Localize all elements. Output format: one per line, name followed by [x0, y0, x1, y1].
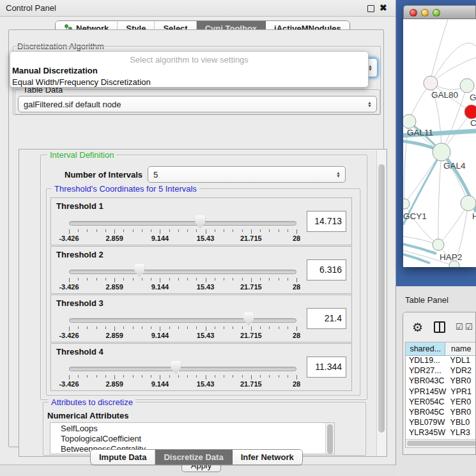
slider-tick	[142, 326, 142, 329]
network-edge[interactable]	[431, 19, 448, 77]
table-row[interactable]: YPR145WYPR1	[406, 387, 476, 397]
threshold-slider-track[interactable]	[69, 318, 296, 323]
table-row[interactable]: YBR045CYBR0	[406, 408, 476, 418]
thresholds-group-title: Threshold's Coordinates for 5 Intervals	[52, 184, 199, 194]
slider-tick-label: 2.859	[95, 380, 134, 388]
network-node-label: C	[470, 118, 476, 128]
threshold-slider-track[interactable]	[69, 367, 296, 371]
threshold-label: Threshold 1	[56, 201, 104, 211]
gear-icon[interactable]: ⚙	[412, 320, 423, 335]
algorithm-option-manual[interactable]: Manual Discretization	[10, 65, 368, 77]
slider-tick	[288, 326, 288, 329]
network-node-gcy1[interactable]	[403, 199, 410, 209]
slider-tick	[242, 229, 243, 232]
slider-tick-label: -3.426	[50, 283, 88, 291]
threshold-slider-handle[interactable]	[195, 215, 205, 229]
threshold-value-field[interactable]: 21.4	[307, 308, 346, 329]
network-node-h[interactable]	[461, 196, 476, 211]
list-scrollbar-thumb[interactable]	[327, 424, 333, 454]
threshold-slider-track[interactable]	[69, 221, 296, 226]
threshold-value-field[interactable]: 6.316	[307, 259, 346, 280]
slider-tick	[206, 229, 206, 234]
slider-tick	[69, 229, 70, 234]
threshold-slider-track[interactable]	[69, 270, 296, 274]
column-header-name[interactable]: name	[445, 342, 476, 355]
table-row[interactable]: YER054CYER0	[406, 397, 476, 408]
cell-name: YER0	[446, 397, 476, 408]
threshold-slider-handle[interactable]	[243, 312, 254, 326]
mac-minimize-button[interactable]	[421, 9, 429, 17]
cell-name: YBR0	[446, 376, 476, 387]
algorithm-placeholder-option[interactable]: Select algorithm to view settings	[10, 52, 368, 65]
slider-tick	[78, 278, 79, 280]
number-of-intervals-combobox[interactable]: 5 ▲▼	[148, 166, 346, 183]
slider-tick	[196, 278, 197, 280]
settings-scrollbar-thumb[interactable]	[378, 164, 385, 433]
network-canvas[interactable]: GAL80GALCGAL11GAL4GCY1HHAP2	[403, 19, 476, 267]
slider-tick-label: 2.859	[95, 234, 134, 242]
desktop-background: GAL80GALCGAL11GAL4GCY1HHAP2	[396, 0, 476, 286]
tab-impute-data[interactable]: Impute Data	[91, 450, 155, 464]
cyni-mode-tabbar: Impute Data Discretize Data Infer Networ…	[90, 449, 303, 465]
threshold-slider-handle[interactable]	[171, 361, 181, 374]
list-scrollbar[interactable]	[325, 423, 334, 454]
algorithm-dropdown-popup: Select algorithm to view settings Manual…	[10, 51, 369, 88]
table-row[interactable]: YBR043CYBR0	[406, 376, 476, 387]
table-row[interactable]: YDR27...YDR2	[406, 366, 476, 376]
close-icon[interactable]: ✖	[380, 3, 387, 13]
tab-infer-network[interactable]: Infer Network	[233, 450, 302, 464]
slider-tick	[269, 326, 270, 329]
select-columns-icon[interactable]: ☑	[456, 322, 463, 332]
slider-tick-label: 15.43	[187, 332, 225, 339]
mac-close-button[interactable]	[410, 9, 417, 17]
network-edge-thick[interactable]	[403, 244, 436, 254]
attribute-list-item[interactable]: TopologicalCoefficient	[50, 433, 334, 443]
screen: Control Panel ✖ Network Style Select Cyn…	[0, 0, 476, 476]
table-hscrollbar-thumb[interactable]	[407, 441, 476, 446]
network-edge[interactable]	[431, 43, 476, 83]
threshold-slider-handle[interactable]	[134, 264, 144, 277]
algorithm-option-equal-width[interactable]: Equal Width/Frequency Discretization	[10, 77, 368, 88]
network-node-gal[interactable]	[460, 79, 474, 93]
settings-scrollbar[interactable]	[376, 150, 386, 456]
slider-tick	[160, 375, 160, 380]
slider-tick	[296, 326, 297, 331]
threshold-value-field[interactable]: 14.713	[307, 211, 346, 232]
slider-tick	[96, 278, 97, 280]
slider-tick	[233, 229, 233, 232]
network-node-label: GAL	[470, 93, 476, 102]
threshold-value-field[interactable]: 11.344	[307, 357, 346, 378]
network-node-c[interactable]	[464, 105, 476, 119]
slider-tick	[69, 375, 70, 380]
network-node-gal11[interactable]	[403, 114, 416, 128]
slider-tick	[133, 326, 134, 329]
cell-shared-name: YLR345W	[406, 428, 446, 438]
tab-discretize-data[interactable]: Discretize Data	[155, 450, 232, 464]
network-window-titlebar[interactable]	[403, 5, 476, 19]
float-window-icon[interactable]	[367, 5, 374, 12]
slider-tick	[87, 229, 88, 232]
slider-tick-label: 15.43	[187, 234, 225, 242]
table-row[interactable]: YBL079WYBL0	[406, 418, 476, 428]
table-data-combobox[interactable]: galFiltered.sif default node ▲▼	[18, 96, 377, 112]
slider-tick	[78, 326, 79, 329]
network-node-gal80[interactable]	[424, 76, 438, 90]
network-edge[interactable]	[404, 152, 441, 204]
table-row[interactable]: YDL19...YDL1	[406, 356, 476, 366]
network-edge-thick[interactable]	[403, 254, 430, 263]
slider-tick	[215, 278, 215, 280]
interval-definition-title: Interval Definition	[47, 150, 116, 160]
table-row[interactable]: YLR345WYLR3	[406, 428, 476, 438]
column-header-shared-name[interactable]: shared...	[406, 342, 445, 355]
network-edge[interactable]	[436, 58, 476, 79]
slider-tick	[151, 278, 151, 280]
mac-zoom-button[interactable]	[433, 9, 440, 17]
network-node-hap2[interactable]	[433, 239, 444, 250]
network-edge[interactable]	[438, 152, 441, 245]
network-node-label: H	[472, 211, 476, 221]
attribute-list-item[interactable]: SelfLoops	[50, 423, 334, 433]
network-node-gal4[interactable]	[433, 143, 450, 161]
select-all-icon[interactable]: ☑	[465, 322, 473, 332]
columns-icon[interactable]	[434, 321, 445, 333]
table-hscrollbar[interactable]	[406, 439, 476, 447]
